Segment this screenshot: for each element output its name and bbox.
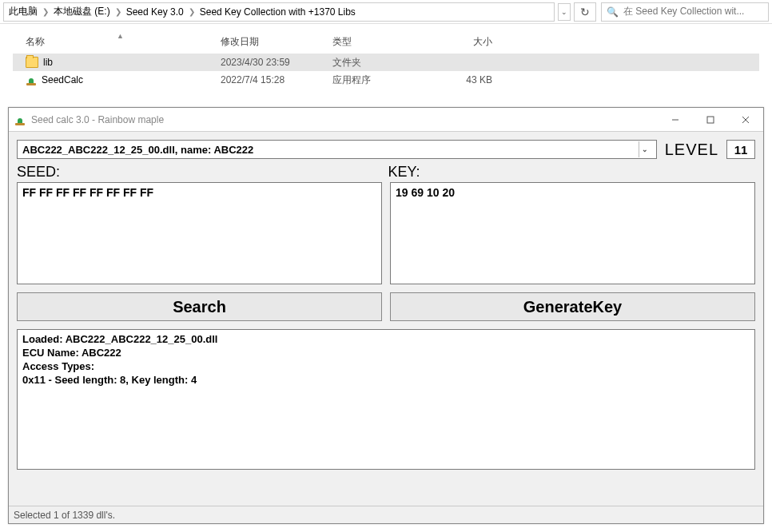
col-type[interactable]: 类型 (332, 35, 428, 49)
file-date: 2022/7/4 15:28 (221, 74, 332, 85)
status-bar: Selected 1 of 1339 dll's. (9, 506, 763, 523)
minimize-button[interactable] (658, 109, 693, 131)
breadcrumb[interactable]: 此电脑 ❯ 本地磁盘 (E:) ❯ Seed Key 3.0 ❯ Seed Ke… (3, 2, 555, 22)
chevron-right-icon: ❯ (189, 7, 195, 16)
explorer-window: 此电脑 ❯ 本地磁盘 (E:) ❯ Seed Key 3.0 ❯ Seed Ke… (0, 0, 772, 92)
window-title: Seed calc 3.0 - Rainbow maple (31, 114, 658, 125)
col-date[interactable]: 修改日期 (221, 35, 332, 49)
col-name-label: 名称 (26, 36, 45, 47)
file-type: 应用程序 (332, 73, 428, 87)
sort-asc-icon: ▲ (117, 32, 124, 40)
file-size: 43 KB (428, 74, 492, 85)
level-input[interactable]: 11 (726, 140, 755, 159)
file-list: ▲ 名称 修改日期 类型 大小 lib 2023/4/30 23:59 文件夹 … (0, 24, 772, 92)
search-button[interactable]: Search (17, 292, 382, 321)
seedcalc-window: Seed calc 3.0 - Rainbow maple ABC222_ABC… (8, 107, 764, 524)
crumb-0[interactable]: 此电脑 (9, 5, 38, 18)
app-icon (26, 74, 37, 85)
log-output: Loaded: ABC222_ABC222_12_25_00.dll ECU N… (17, 329, 755, 470)
close-button[interactable] (728, 109, 763, 131)
seed-input[interactable]: FF FF FF FF FF FF FF FF (17, 182, 382, 284)
dll-selected-text: ABC222_ABC222_12_25_00.dll, name: ABC222 (22, 144, 253, 156)
chevron-right-icon: ❯ (115, 7, 121, 16)
status-text: Selected 1 of 1339 dll's. (14, 510, 115, 521)
file-row-lib[interactable]: lib 2023/4/30 23:59 文件夹 (13, 54, 759, 71)
app-body: ABC222_ABC222_12_25_00.dll, name: ABC222… (9, 132, 763, 506)
dll-dropdown[interactable]: ABC222_ABC222_12_25_00.dll, name: ABC222… (17, 140, 657, 159)
key-label: KEY: (388, 164, 420, 180)
chevron-down-icon: ⌄ (639, 141, 651, 157)
maximize-icon (706, 116, 714, 124)
seed-label: SEED: (17, 164, 60, 180)
close-icon (742, 116, 750, 124)
key-output[interactable]: 19 69 10 20 (390, 182, 755, 284)
svg-rect-1 (707, 117, 714, 123)
column-headers[interactable]: ▲ 名称 修改日期 类型 大小 (13, 30, 759, 54)
generate-key-button[interactable]: GenerateKey (390, 292, 755, 321)
search-icon: 🔍 (607, 6, 619, 18)
address-bar: 此电脑 ❯ 本地磁盘 (E:) ❯ Seed Key 3.0 ❯ Seed Ke… (0, 0, 772, 24)
maximize-button[interactable] (693, 109, 728, 131)
crumb-2[interactable]: Seed Key 3.0 (126, 6, 184, 18)
crumb-3[interactable]: Seed Key Collection with +1370 Libs (200, 6, 356, 18)
file-name: SeedCalc (42, 74, 83, 85)
col-name[interactable]: ▲ 名称 (13, 35, 221, 49)
title-bar[interactable]: Seed calc 3.0 - Rainbow maple (9, 108, 763, 132)
refresh-icon: ↻ (580, 6, 590, 18)
file-type: 文件夹 (332, 56, 428, 69)
folder-icon (26, 57, 38, 68)
search-placeholder: 在 Seed Key Collection wit... (623, 5, 744, 18)
col-size[interactable]: 大小 (428, 35, 492, 49)
minimize-icon (671, 116, 679, 124)
crumb-1[interactable]: 本地磁盘 (E:) (54, 5, 110, 18)
chevron-right-icon: ❯ (42, 7, 49, 16)
file-name: lib (43, 57, 53, 68)
level-label: LEVEL (665, 141, 718, 159)
file-date: 2023/4/30 23:59 (221, 57, 332, 68)
history-dropdown[interactable]: ⌄ (558, 3, 571, 21)
search-input[interactable]: 🔍 在 Seed Key Collection wit... (601, 2, 769, 22)
refresh-button[interactable]: ↻ (574, 2, 596, 22)
chevron-down-icon: ⌄ (561, 8, 567, 16)
app-icon (15, 114, 26, 125)
file-row-seedcalc[interactable]: SeedCalc 2022/7/4 15:28 应用程序 43 KB (13, 71, 759, 89)
